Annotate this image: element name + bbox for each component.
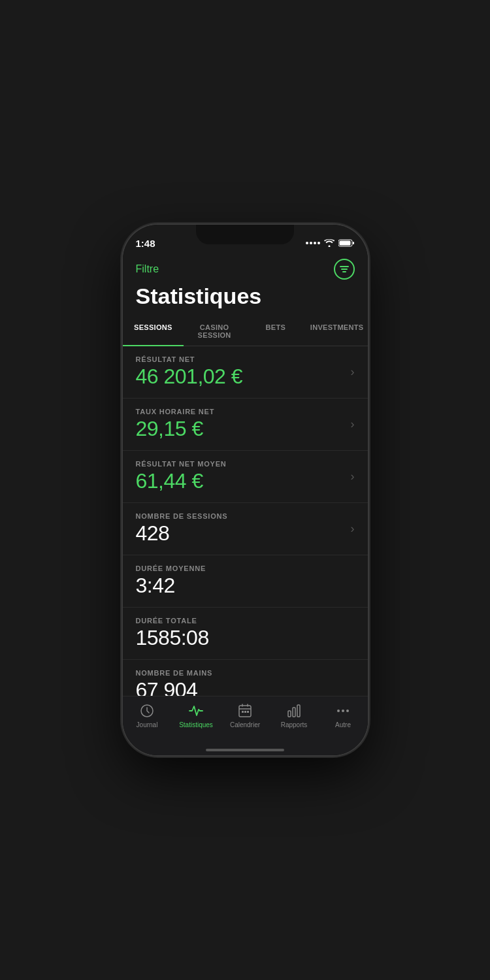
pulse-icon [188, 703, 204, 719]
tab-item-calendrier[interactable]: Calendrier [225, 703, 265, 728]
tab-bets[interactable]: BETS [245, 317, 306, 346]
home-indicator [123, 750, 368, 755]
svg-point-13 [346, 710, 349, 712]
autre-tab-label: Autre [335, 721, 351, 728]
stat-label-2: RÉSULTAT NET MOYEN [136, 460, 344, 468]
tab-investments[interactable]: INVESTMENTS [306, 317, 368, 346]
bar-chart-icon [286, 703, 302, 719]
filter-row: Filtre [136, 259, 355, 280]
svg-rect-6 [244, 711, 246, 713]
stat-row-duree-totale: DURÉE TOTALE 1585:08 [123, 608, 368, 660]
page-title: Statistiques [136, 284, 355, 309]
stat-label-3: NOMBRE DE SESSIONS [136, 512, 344, 520]
chevron-icon-1: › [351, 417, 355, 431]
statistiques-tab-label: Statistiques [179, 721, 213, 728]
stat-value-4: 3:42 [136, 574, 355, 598]
stat-row-taux-horaire[interactable]: TAUX HORAIRE NET 29,15 € › [123, 399, 368, 451]
stat-row-nombre-mains: NOMBRE DE MAINS 67 904 [123, 660, 368, 696]
stat-row-resultat-net[interactable]: RÉSULTAT NET 46 201,02 € › [123, 346, 368, 399]
svg-rect-7 [247, 711, 249, 713]
status-icons [306, 239, 355, 247]
tab-casino-session[interactable]: CASINO SESSION [184, 317, 245, 346]
content-area: RÉSULTAT NET 46 201,02 € › TAUX HORAIRE … [123, 346, 368, 696]
chevron-icon-0: › [351, 365, 355, 379]
stat-value-2: 61,44 € [136, 469, 344, 493]
filter-icon-button[interactable] [334, 259, 355, 280]
stat-value-3: 428 [136, 521, 344, 546]
tab-item-rapports[interactable]: Rapports [274, 703, 314, 728]
stat-value-1: 29,15 € [136, 417, 344, 441]
notch [196, 225, 294, 244]
bottom-tab-bar: Journal Statistiques [123, 696, 368, 750]
chevron-icon-3: › [351, 522, 355, 536]
svg-point-11 [337, 710, 340, 712]
stat-row-duree-moyenne: DURÉE MOYENNE 3:42 [123, 555, 368, 608]
stat-label-4: DURÉE MOYENNE [136, 564, 355, 572]
tab-item-statistiques[interactable]: Statistiques [176, 703, 216, 728]
svg-rect-2 [339, 241, 350, 246]
stat-label-5: DURÉE TOTALE [136, 617, 355, 625]
stat-label-6: NOMBRE DE MAINS [136, 669, 355, 677]
calendar-icon [237, 703, 253, 719]
status-time: 1:48 [136, 238, 155, 249]
phone-frame: 1:48 Filtre [123, 225, 368, 755]
stat-label-1: TAUX HORAIRE NET [136, 408, 344, 416]
journal-tab-label: Journal [137, 721, 158, 728]
more-icon [335, 703, 351, 719]
stat-value-5: 1585:08 [136, 626, 355, 650]
signal-icon [306, 242, 320, 244]
chevron-icon-2: › [351, 470, 355, 483]
svg-rect-5 [242, 711, 244, 713]
stat-label-0: RÉSULTAT NET [136, 355, 344, 363]
stat-value-0: 46 201,02 € [136, 365, 344, 389]
tab-item-journal[interactable]: Journal [127, 703, 167, 728]
svg-rect-9 [293, 708, 295, 717]
battery-icon [338, 239, 355, 247]
header: Filtre Statistiques [123, 253, 368, 317]
svg-rect-1 [353, 242, 354, 244]
svg-point-12 [342, 710, 344, 712]
stat-row-resultat-moyen[interactable]: RÉSULTAT NET MOYEN 61,44 € › [123, 451, 368, 503]
svg-rect-10 [297, 705, 300, 717]
stat-value-6: 67 904 [136, 678, 355, 696]
rapports-tab-label: Rapports [281, 721, 308, 728]
svg-rect-8 [288, 711, 291, 717]
calendrier-tab-label: Calendrier [230, 721, 260, 728]
stat-row-nombre-sessions[interactable]: NOMBRE DE SESSIONS 428 › [123, 503, 368, 555]
clock-icon [139, 703, 155, 719]
filter-label[interactable]: Filtre [136, 263, 159, 275]
tab-item-autre[interactable]: Autre [323, 703, 363, 728]
tab-sessions[interactable]: SESSIONS [123, 317, 184, 346]
tab-bar-sessions: SESSIONS CASINO SESSION BETS INVESTMENTS [123, 317, 368, 346]
screen: 1:48 Filtre [123, 225, 368, 755]
wifi-icon [324, 239, 335, 247]
